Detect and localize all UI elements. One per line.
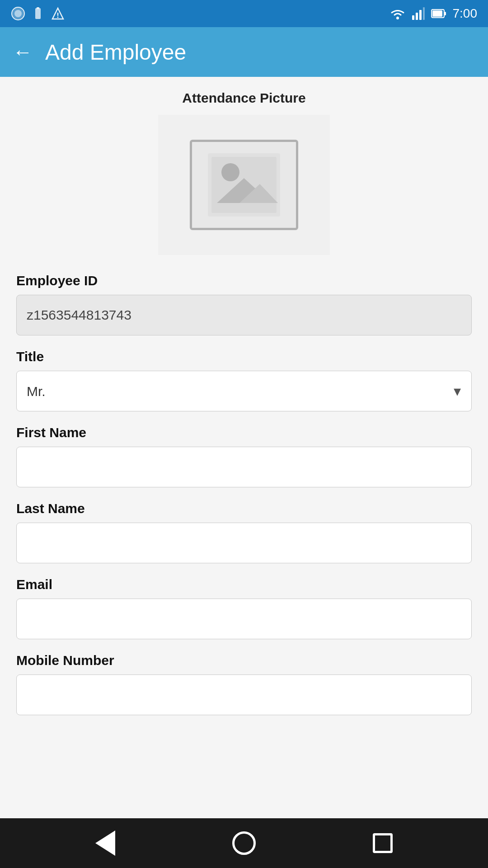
- svg-rect-2: [35, 8, 41, 19]
- email-group: Email: [16, 577, 472, 639]
- picture-container[interactable]: [158, 115, 330, 255]
- notification-icon-1: [11, 6, 25, 21]
- svg-point-6: [57, 17, 59, 18]
- svg-point-1: [14, 10, 22, 17]
- svg-rect-8: [412, 15, 414, 20]
- svg-point-7: [396, 17, 399, 19]
- page-title: Add Employee: [45, 40, 186, 65]
- nav-home-icon: [232, 831, 256, 855]
- attendance-picture-label: Attendance Picture: [16, 90, 472, 106]
- first-name-label: First Name: [16, 425, 472, 440]
- mobile-number-input[interactable]: [16, 675, 472, 715]
- svg-point-17: [221, 163, 239, 181]
- attendance-picture-section: Attendance Picture: [16, 90, 472, 255]
- title-label: Title: [16, 349, 472, 364]
- email-input[interactable]: [16, 599, 472, 639]
- last-name-label: Last Name: [16, 501, 472, 516]
- image-placeholder-icon: [208, 153, 280, 217]
- status-bar-left: [11, 6, 65, 21]
- mobile-number-label: Mobile Number: [16, 653, 472, 668]
- svg-rect-10: [419, 10, 422, 20]
- svg-rect-3: [37, 7, 39, 9]
- picture-placeholder[interactable]: [190, 140, 298, 230]
- main-content: Attendance Picture Employee ID Title: [0, 77, 488, 818]
- title-select[interactable]: Mr. Mrs. Ms. Dr.: [16, 371, 472, 411]
- nav-bar: [0, 818, 488, 868]
- svg-rect-9: [416, 13, 418, 20]
- battery-icon: [431, 8, 446, 19]
- status-bar-right: 7:00: [389, 6, 478, 21]
- svg-rect-14: [445, 12, 446, 15]
- status-time: 7:00: [453, 6, 478, 21]
- signal-icon: [412, 7, 425, 20]
- nav-home-button[interactable]: [226, 825, 262, 861]
- wifi-icon: [389, 7, 406, 20]
- title-group: Title Mr. Mrs. Ms. Dr. ▾: [16, 349, 472, 411]
- nav-recent-button[interactable]: [365, 825, 401, 861]
- last-name-input[interactable]: [16, 523, 472, 563]
- notification-icon-2: [31, 6, 45, 21]
- notification-icon-3: [51, 6, 65, 21]
- status-bar: 7:00: [0, 0, 488, 27]
- nav-back-icon: [95, 830, 115, 856]
- nav-back-button[interactable]: [87, 825, 123, 861]
- employee-id-input[interactable]: [16, 295, 472, 335]
- first-name-input[interactable]: [16, 447, 472, 487]
- app-bar: ← Add Employee: [0, 27, 488, 77]
- svg-rect-11: [423, 7, 425, 20]
- back-button[interactable]: ←: [13, 42, 33, 62]
- mobile-number-group: Mobile Number: [16, 653, 472, 715]
- last-name-group: Last Name: [16, 501, 472, 563]
- title-select-wrapper: Mr. Mrs. Ms. Dr. ▾: [16, 371, 472, 411]
- nav-recent-icon: [373, 833, 393, 853]
- employee-id-label: Employee ID: [16, 273, 472, 288]
- svg-rect-13: [432, 10, 442, 17]
- employee-id-group: Employee ID: [16, 273, 472, 335]
- first-name-group: First Name: [16, 425, 472, 487]
- email-label: Email: [16, 577, 472, 592]
